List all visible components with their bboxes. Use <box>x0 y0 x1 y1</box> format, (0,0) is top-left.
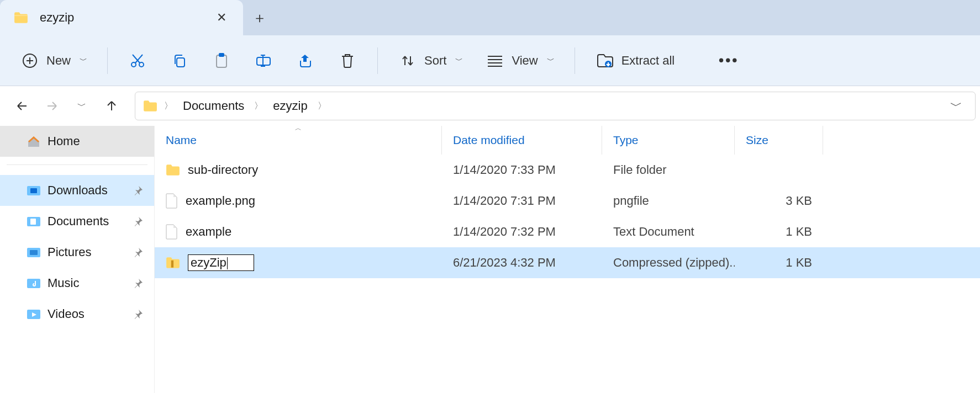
chevron-right-icon[interactable]: 〉 <box>253 100 264 112</box>
column-header-name[interactable]: ︿ Name <box>155 126 442 155</box>
cut-button[interactable] <box>119 45 156 76</box>
svg-point-2 <box>139 62 144 67</box>
rename-button[interactable] <box>245 45 282 76</box>
chevron-right-icon[interactable]: 〉 <box>163 100 174 112</box>
sidebar-item-home[interactable]: Home <box>0 126 154 157</box>
rename-icon <box>254 51 273 71</box>
file-row[interactable]: example.png 1/14/2020 7:31 PM pngfile 3 … <box>155 185 980 216</box>
videos-folder-icon <box>27 308 41 320</box>
tab-ezyzip[interactable]: ezyzip ✕ <box>0 0 243 35</box>
zip-folder-icon <box>166 257 180 269</box>
extract-all-button[interactable]: Extract all <box>586 45 684 76</box>
file-rows: sub-directory 1/14/2020 7:33 PM File fol… <box>155 155 980 393</box>
navigation-bar: ﹀ 〉 Documents 〉 ezyzip 〉 ﹀ <box>0 86 980 126</box>
file-date: 6/21/2023 4:32 PM <box>442 247 602 278</box>
chevron-down-icon: ﹀ <box>547 56 555 66</box>
chevron-down-icon: ﹀ <box>77 100 86 112</box>
close-tab-button[interactable]: ✕ <box>211 7 232 28</box>
column-headers: ︿ Name Date modified Type Size <box>155 126 980 155</box>
rename-input-value: ezyZip <box>191 256 226 269</box>
view-button[interactable]: View ﹀ <box>476 45 563 76</box>
sidebar: Home Downloads Documents Pict <box>0 126 155 393</box>
new-tab-button[interactable]: ＋ <box>243 0 276 35</box>
extract-label: Extract all <box>621 54 675 68</box>
recent-locations-button[interactable]: ﹀ <box>69 93 95 119</box>
file-date: 1/14/2020 7:33 PM <box>442 155 602 185</box>
svg-rect-13 <box>30 250 38 255</box>
file-row[interactable]: sub-directory 1/14/2020 7:33 PM File fol… <box>155 155 980 185</box>
pin-icon[interactable] <box>133 216 143 226</box>
sort-ascending-icon: ︿ <box>295 124 302 133</box>
file-name: example <box>186 225 231 239</box>
chevron-down-icon: ﹀ <box>455 56 463 66</box>
folder-icon <box>11 8 31 28</box>
up-button[interactable] <box>98 93 125 119</box>
separator <box>377 47 378 74</box>
share-button[interactable] <box>287 45 324 76</box>
breadcrumb-item[interactable]: ezyzip <box>270 97 310 115</box>
file-row-selected[interactable]: ezyZip 6/21/2023 4:32 PM Compressed (zip… <box>155 247 980 278</box>
chevron-down-icon: ﹀ <box>80 56 87 66</box>
svg-rect-4 <box>217 55 226 67</box>
address-bar[interactable]: 〉 Documents 〉 ezyzip 〉 ﹀ <box>135 92 976 120</box>
folder-icon <box>166 164 180 176</box>
extract-icon <box>595 51 615 71</box>
music-folder-icon <box>27 277 41 289</box>
copy-button[interactable] <box>161 45 198 76</box>
sidebar-item-label: Videos <box>48 307 85 321</box>
address-history-button[interactable]: ﹀ <box>945 98 967 114</box>
sidebar-item-music[interactable]: Music <box>0 268 154 299</box>
rename-input[interactable]: ezyZip <box>188 254 254 271</box>
chevron-right-icon[interactable]: 〉 <box>317 100 328 112</box>
sidebar-item-videos[interactable]: Videos <box>0 299 154 330</box>
pin-icon[interactable] <box>133 185 143 195</box>
file-type: Compressed (zipped)... <box>602 247 735 278</box>
file-name: sub-directory <box>188 163 258 177</box>
new-button[interactable]: New ﹀ <box>11 45 96 76</box>
clipboard-icon <box>212 51 231 71</box>
svg-rect-5 <box>219 54 224 56</box>
sort-button[interactable]: Sort ﹀ <box>389 45 472 76</box>
file-date: 1/14/2020 7:32 PM <box>442 216 602 247</box>
new-label: New <box>46 54 71 68</box>
plus-circle-icon <box>20 51 40 71</box>
sidebar-item-label: Home <box>48 134 80 148</box>
column-header-label: Size <box>746 134 768 147</box>
file-type: File folder <box>602 155 735 185</box>
main-area: Home Downloads Documents Pict <box>0 126 980 393</box>
downloads-folder-icon <box>27 184 41 197</box>
copy-icon <box>170 51 189 71</box>
pin-icon[interactable] <box>133 247 143 257</box>
sidebar-item-label: Pictures <box>48 245 91 259</box>
svg-rect-3 <box>177 58 185 67</box>
column-header-spacer <box>823 126 980 155</box>
svg-point-1 <box>131 62 136 67</box>
file-size <box>735 155 823 185</box>
svg-rect-16 <box>171 261 173 268</box>
documents-folder-icon <box>27 215 41 227</box>
sidebar-item-label: Music <box>48 276 79 290</box>
file-row[interactable]: example 1/14/2020 7:32 PM Text Document … <box>155 216 980 247</box>
column-header-size[interactable]: Size <box>735 126 823 155</box>
paste-button[interactable] <box>203 45 240 76</box>
column-header-type[interactable]: Type <box>602 126 735 155</box>
file-type: Text Document <box>602 216 735 247</box>
svg-rect-9 <box>30 188 37 193</box>
sort-icon <box>398 51 418 71</box>
delete-button[interactable] <box>329 45 366 76</box>
back-button[interactable] <box>9 93 35 119</box>
sidebar-item-documents[interactable]: Documents <box>0 206 154 237</box>
breadcrumb-item[interactable]: Documents <box>180 97 247 115</box>
sidebar-item-pictures[interactable]: Pictures <box>0 237 154 268</box>
more-button[interactable]: ••• <box>710 45 747 76</box>
sidebar-item-label: Downloads <box>48 183 108 198</box>
view-icon <box>485 51 505 71</box>
pin-icon[interactable] <box>133 309 143 319</box>
forward-button[interactable] <box>39 93 65 119</box>
sidebar-item-label: Documents <box>48 214 109 229</box>
column-header-label: Name <box>166 134 197 147</box>
pin-icon[interactable] <box>133 278 143 288</box>
column-header-date[interactable]: Date modified <box>442 126 602 155</box>
separator <box>7 164 147 165</box>
sidebar-item-downloads[interactable]: Downloads <box>0 175 154 206</box>
